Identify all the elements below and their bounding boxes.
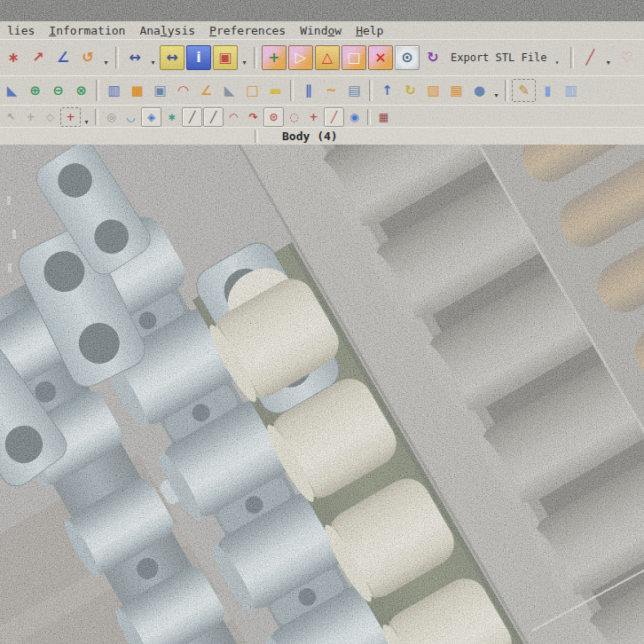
information-icon[interactable]: i xyxy=(186,45,211,70)
orientation-icon[interactable]: ↺ xyxy=(76,46,99,69)
pocket-icon[interactable]: ▣ xyxy=(149,80,171,101)
line-icon[interactable]: ╱ xyxy=(578,46,601,69)
sketch-icon[interactable]: ✎ xyxy=(512,79,536,102)
toolbar-separator xyxy=(570,47,574,68)
lattice-icon[interactable]: ▦ xyxy=(445,80,467,101)
line-2pt-icon[interactable]: ╱ xyxy=(182,107,202,127)
dropdown-arrow-icon[interactable]: ▾ xyxy=(491,82,501,99)
bounding-body-icon[interactable]: ▧ xyxy=(422,80,444,101)
toolbar-separator xyxy=(115,47,119,68)
point-dialog-icon[interactable]: ∗ xyxy=(2,46,25,69)
circle-center-icon[interactable]: ⊙ xyxy=(263,107,284,127)
rib-tube-icon[interactable]: ▥ xyxy=(560,80,582,101)
nav-cross-icon: + xyxy=(21,108,40,126)
toolbar-separator xyxy=(95,109,98,125)
grid-icon[interactable]: ▦ xyxy=(374,108,393,126)
delete-face-icon[interactable]: × xyxy=(368,45,393,70)
measure-distance-icon[interactable]: ↔ xyxy=(160,45,185,70)
sphere-point-icon[interactable]: ◉ xyxy=(345,108,364,126)
boss-icon[interactable]: ■ xyxy=(126,80,148,101)
menu-bar: liesInformationAnalysisPreferencesWindow… xyxy=(0,21,644,40)
viewport-noise xyxy=(0,145,644,644)
selection-filter-icon[interactable]: + xyxy=(60,107,81,127)
hole-icon[interactable]: ▥ xyxy=(103,80,125,101)
measure-bodies-icon[interactable]: ▣ xyxy=(213,45,238,70)
point-plus-icon[interactable]: + xyxy=(304,108,323,126)
cue-bar: Body (4) xyxy=(0,127,644,146)
rolled-sheet-icon[interactable]: ◎ xyxy=(102,108,121,126)
toolbar-separator xyxy=(290,80,294,101)
draft-icon[interactable]: ∠ xyxy=(195,80,217,101)
intersect-icon[interactable]: ⊗ xyxy=(70,80,92,101)
revolve-icon[interactable]: ↻ xyxy=(399,80,421,101)
toolbar-separator xyxy=(369,80,373,101)
bowl-icon[interactable]: ◡ xyxy=(122,108,140,126)
edge-blend-icon[interactable]: ◠ xyxy=(172,80,194,101)
dropdown-arrow-icon[interactable]: ▾ xyxy=(82,108,91,126)
toolbar-row2: ◣⊕⊖⊗▥■▣◠∠◣□▬∥~▤↑↻▧▦●▾✎▮▥ xyxy=(0,75,644,106)
title-bar[interactable] xyxy=(0,0,644,21)
dropdown-arrow-icon[interactable]: ▾ xyxy=(603,49,613,67)
menu-item-preferences[interactable]: Preferences xyxy=(202,24,293,37)
tube-icon[interactable]: ▮ xyxy=(537,80,559,101)
cylinder-icon[interactable]: ∥ xyxy=(297,80,319,101)
toolbar-separator xyxy=(254,47,257,68)
move-object-icon[interactable]: + xyxy=(262,45,287,70)
line-sketch-icon[interactable]: ╱ xyxy=(324,107,344,127)
snap-point-icon[interactable]: ◈ xyxy=(141,107,161,127)
point-on-curve-icon[interactable]: ∗ xyxy=(162,108,181,126)
surface-flag-icon[interactable]: ◪ xyxy=(640,46,644,69)
export-stl-button[interactable]: Export STL File▾ xyxy=(446,49,566,67)
copy-face-icon[interactable]: □ xyxy=(342,45,366,70)
toolbar-separator xyxy=(505,80,508,101)
update-refresh-icon[interactable]: ↻ xyxy=(421,46,444,69)
nav-back-icon: ↖ xyxy=(2,108,20,126)
history-clock-icon[interactable]: ⊙ xyxy=(395,45,420,70)
model-scene xyxy=(0,145,644,644)
arc-icon[interactable]: ◠ xyxy=(224,108,243,126)
cue-bar-separator xyxy=(255,130,258,143)
select-object-icon[interactable]: ▷ xyxy=(288,45,313,70)
extrude-icon[interactable]: ↑ xyxy=(376,80,398,101)
trim-body-icon[interactable]: ▬ xyxy=(264,80,287,101)
unite-icon[interactable]: ⊕ xyxy=(24,80,46,101)
toolbar-separator xyxy=(367,109,371,125)
subtract-icon[interactable]: ⊖ xyxy=(47,80,69,101)
3d-viewport[interactable] xyxy=(0,145,644,644)
menu-item-lies[interactable]: lies xyxy=(0,24,42,37)
toolbar-row3: ↖+◇+▾◎◡◈∗╱╱◠↷⊙◌+╱◉▦ xyxy=(0,105,644,129)
swept-icon[interactable]: ~ xyxy=(320,80,342,101)
toolbar-separator xyxy=(96,80,99,101)
status-selection-label: Body (4) xyxy=(282,130,338,143)
circle-3pt-icon[interactable]: ◌ xyxy=(285,108,303,126)
sphere-icon[interactable]: ● xyxy=(468,80,491,101)
menu-item-help[interactable]: Help xyxy=(349,24,390,37)
menu-item-analysis[interactable]: Analysis xyxy=(132,24,202,37)
cad-application-window: liesInformationAnalysisPreferencesWindow… xyxy=(0,0,644,644)
arc-tangent-icon[interactable]: ↷ xyxy=(244,108,263,126)
menu-item-information[interactable]: Information xyxy=(42,24,132,37)
datum-csys-icon[interactable]: ∠ xyxy=(51,46,75,69)
dropdown-arrow-icon[interactable]: ▾ xyxy=(240,49,249,67)
measure-chain-icon[interactable]: ↔ xyxy=(123,46,146,69)
dropdown-arrow-icon[interactable]: ▾ xyxy=(148,49,158,67)
block-icon[interactable]: ▤ xyxy=(343,80,365,101)
vector-dialog-icon[interactable]: ↗ xyxy=(27,46,50,69)
chamfer-icon[interactable]: ◣ xyxy=(218,80,240,101)
dropdown-arrow-icon[interactable]: ▾ xyxy=(101,49,111,67)
menu-item-window[interactable]: Window xyxy=(293,24,349,37)
shell-icon[interactable]: □ xyxy=(241,80,263,101)
studio-spline-icon[interactable]: ♡ xyxy=(615,46,638,69)
toolbar-row1: ∗↗∠↺▾↔▾↔i▣▾+▷△□×⊙↻Export STL File▾╱▾♡◪ xyxy=(0,39,644,76)
line-angle-icon[interactable]: ╱ xyxy=(203,107,224,127)
simplify-body-icon[interactable]: △ xyxy=(315,45,340,70)
dropdown-arrow-icon[interactable]: ▾ xyxy=(552,49,562,67)
nav-diamond-icon: ◇ xyxy=(41,108,59,126)
feature-corner-icon[interactable]: ◣ xyxy=(1,80,23,101)
